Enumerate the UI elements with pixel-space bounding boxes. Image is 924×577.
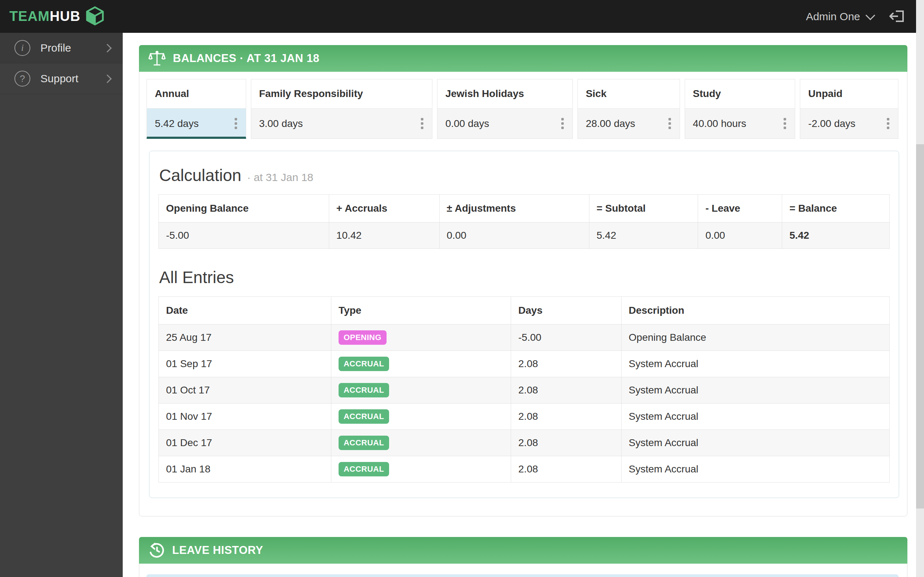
calculation-heading: Calculation · at 31 Jan 18 (159, 166, 890, 185)
entry-description: Opening Balance (621, 324, 889, 351)
scales-icon (149, 50, 166, 66)
leave-history-title: LEAVE HISTORY (172, 544, 263, 557)
scrollbar[interactable] (916, 0, 924, 577)
table-row: 01 Oct 17 ACCRUAL 2.08 System Accrual (159, 377, 890, 403)
chevron-right-icon (103, 44, 111, 52)
kebab-menu-icon[interactable] (666, 116, 673, 131)
table-row: 01 Nov 17 ACCRUAL 2.08 System Accrual (159, 403, 890, 430)
column-header: + Accruals (329, 195, 439, 222)
user-menu[interactable]: Admin One (806, 10, 873, 23)
column-header: Description (621, 297, 889, 324)
balance-total-value: 5.42 (782, 222, 890, 249)
balance-value: 5.42 days (155, 118, 199, 129)
column-header: Opening Balance (159, 195, 329, 222)
balance-card-study: Study 40.00 hours (685, 79, 795, 139)
accruals-value: 10.42 (329, 222, 439, 249)
kebab-menu-icon[interactable] (559, 116, 566, 131)
calculation-title: Calculation (159, 166, 241, 185)
entry-days: 2.08 (511, 403, 622, 430)
balance-card-title: Sick (577, 79, 680, 108)
table-row: 01 Dec 17 ACCRUAL 2.08 System Accrual (159, 430, 890, 456)
entry-date: 01 Nov 17 (159, 403, 331, 430)
all-entries-heading: All Entries (159, 268, 890, 287)
entry-date: 01 Sep 17 (159, 351, 331, 377)
sidebar: i Profile ? Support (0, 33, 123, 577)
balance-card-value-cell[interactable]: 5.42 days (147, 108, 246, 139)
balance-card-value-cell[interactable]: 0.00 days (437, 108, 573, 139)
entry-type-badge: ACCRUAL (339, 409, 389, 424)
entry-days: 2.08 (511, 456, 622, 482)
entry-type-badge: ACCRUAL (339, 357, 389, 371)
subtotal-value: 5.42 (589, 222, 698, 249)
entry-type-badge: ACCRUAL (339, 436, 389, 450)
balance-card-title: Study (685, 79, 795, 108)
calculation-table: Opening Balance + Accruals ± Adjustments… (158, 194, 890, 249)
kebab-menu-icon[interactable] (419, 116, 426, 131)
column-header: Date (159, 297, 331, 324)
chevron-right-icon (103, 74, 111, 83)
sidebar-item-support[interactable]: ? Support (0, 63, 123, 94)
entry-days: 2.08 (511, 430, 622, 456)
balance-cards-row: Annual 5.42 days Family Responsibility 3… (147, 79, 898, 139)
balance-card-unpaid: Unpaid -2.00 days (800, 79, 898, 139)
table-row: 25 Aug 17 OPENING -5.00 Opening Balance (159, 324, 890, 351)
app-logo[interactable]: TEAMHUB (10, 6, 104, 27)
balance-card-value-cell[interactable]: 28.00 days (577, 108, 680, 139)
entry-type-badge: ACCRUAL (339, 383, 389, 397)
leave-history-section: LEAVE HISTORY Nothing yet! When leave is… (139, 537, 908, 577)
balances-header: BALANCES · AT 31 JAN 18 (139, 45, 908, 72)
column-header: = Subtotal (589, 195, 698, 222)
entry-date: 01 Oct 17 (159, 377, 331, 403)
kebab-menu-icon[interactable] (233, 116, 239, 131)
balance-value: 3.00 days (259, 118, 303, 129)
column-header: = Balance (782, 195, 890, 222)
balance-card-value-cell[interactable]: -2.00 days (800, 108, 898, 139)
kebab-menu-icon[interactable] (782, 116, 788, 131)
leave-history-header: LEAVE HISTORY (139, 537, 908, 564)
entry-description: System Accrual (621, 456, 889, 482)
balance-value: -2.00 days (808, 118, 855, 129)
table-row: 01 Jan 18 ACCRUAL 2.08 System Accrual (159, 456, 890, 482)
sidebar-item-label: Support (40, 73, 104, 85)
entry-description: System Accrual (621, 377, 889, 403)
logout-icon[interactable] (889, 8, 906, 25)
entry-days: -5.00 (511, 324, 622, 351)
calculation-panel: Calculation · at 31 Jan 18 Opening Balan… (149, 151, 899, 498)
column-header: Type (331, 297, 511, 324)
entry-type-badge: OPENING (339, 330, 386, 345)
entry-days: 2.08 (511, 377, 622, 403)
balance-value: 40.00 hours (693, 118, 746, 129)
balance-value: 28.00 days (586, 118, 635, 129)
entry-date: 01 Jan 18 (159, 456, 331, 482)
scrollbar-thumb[interactable] (916, 144, 924, 508)
balance-card-value-cell[interactable]: 40.00 hours (685, 108, 795, 139)
column-header: - Leave (698, 195, 782, 222)
all-entries-title: All Entries (159, 268, 234, 287)
balances-title: BALANCES · AT 31 JAN 18 (173, 52, 320, 65)
all-entries-table: Date Type Days Description 25 Aug 17 OPE… (158, 297, 890, 482)
empty-state-info-box: Nothing yet! When leave is captured it w… (147, 574, 898, 577)
balance-card-jewish-holidays: Jewish Holidays 0.00 days (437, 79, 573, 139)
balance-card-annual: Annual 5.42 days (147, 79, 246, 139)
balance-value: 0.00 days (446, 118, 489, 129)
kebab-menu-icon[interactable] (885, 116, 892, 131)
brand-hub: HUB (50, 9, 81, 24)
balance-card-title: Annual (147, 79, 246, 108)
balance-card-value-cell[interactable]: 3.00 days (251, 108, 432, 139)
cube-logo-icon (86, 6, 104, 27)
sidebar-item-profile[interactable]: i Profile (0, 33, 123, 63)
entry-date: 25 Aug 17 (159, 324, 331, 351)
entry-description: System Accrual (621, 351, 889, 377)
leave-value: 0.00 (698, 222, 782, 249)
entry-description: System Accrual (621, 403, 889, 430)
balance-card-title: Jewish Holidays (437, 79, 573, 108)
balances-section: BALANCES · AT 31 JAN 18 Annual 5.42 days… (139, 45, 908, 516)
adjustments-value: 0.00 (439, 222, 589, 249)
entry-days: 2.08 (511, 351, 622, 377)
balance-card-sick: Sick 28.00 days (577, 79, 680, 139)
entry-type-badge: ACCRUAL (339, 462, 389, 476)
top-bar: TEAMHUB Admin One (0, 0, 924, 33)
question-icon: ? (15, 71, 30, 87)
entry-description: System Accrual (621, 430, 889, 456)
balance-card-family-responsibility: Family Responsibility 3.00 days (251, 79, 432, 139)
